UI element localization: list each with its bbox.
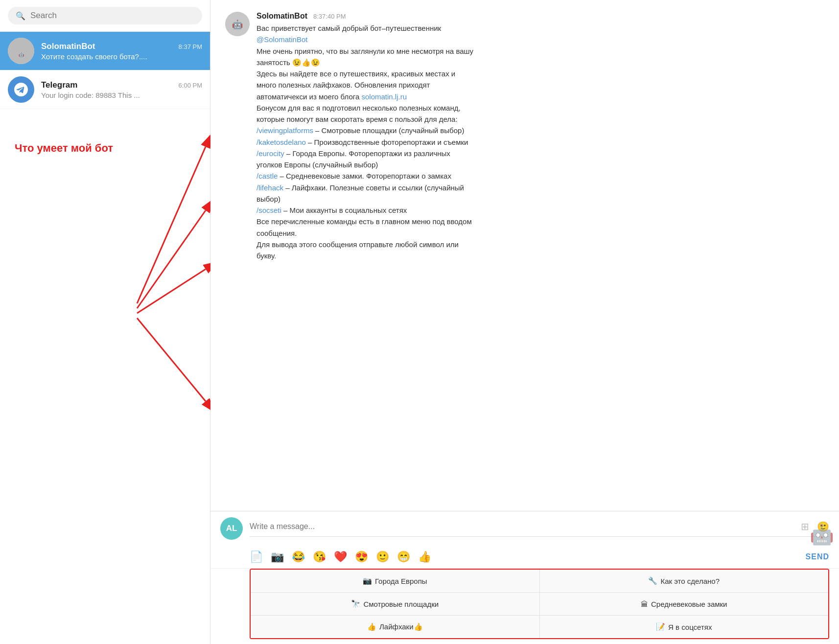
svg-point-1 xyxy=(8,38,34,64)
bot-avatar: 🤖 xyxy=(225,12,250,36)
message-header: SolomatinBot 8:37:40 PM xyxy=(256,12,824,21)
search-bar: 🔍 xyxy=(0,0,210,32)
camera-icon[interactable]: 📷 xyxy=(271,551,284,563)
castle-label: Средневековые замки xyxy=(651,600,727,608)
cmd4[interactable]: /castle xyxy=(256,172,278,180)
chat-info-telegram: Telegram 6:00 PM Your login code: 89883 … xyxy=(41,80,202,99)
chat-preview-telegram: Your login code: 89883 This ... xyxy=(41,91,202,99)
msg-line5: автоматичекси из моего блога xyxy=(256,92,359,101)
bot-btn-castle[interactable]: 🏛 Средневековые замки xyxy=(540,593,829,615)
chat-time-solomatin: 8:37 PM xyxy=(179,43,202,50)
bot-buttons-grid: 📷 Города Европы 🔧 Как это сделано? 🔭 Смо… xyxy=(251,570,828,638)
bot-btn-viewingplatforms[interactable]: 🔭 Смотровые площадки xyxy=(251,593,539,615)
message-body: Вас приветствует самый добрый бот–путеше… xyxy=(256,23,824,261)
chat-name-solomatin: SolomatinBot xyxy=(41,42,95,51)
chat-time-telegram: 6:00 PM xyxy=(179,82,202,89)
msg-bothandle[interactable]: @SolomatinBot xyxy=(256,35,307,44)
castle-icon: 🏛 xyxy=(641,600,648,608)
kaketosdelano-label: Как это сделано? xyxy=(660,577,720,585)
msg-line10: Для вывода этого сообщения отправьте люб… xyxy=(256,240,459,249)
msg-line1: Вас приветствует самый добрый бот–путеше… xyxy=(256,24,441,32)
svg-text:🤖: 🤖 xyxy=(232,19,243,30)
message-time: 8:37:40 PM xyxy=(313,13,346,20)
msg-line9: сообщения. xyxy=(256,229,297,237)
msg-line7: которые помогут вам скоротать время с по… xyxy=(256,115,458,123)
search-icon: 🔍 xyxy=(16,11,25,21)
msg-line3: Здесь вы найдете все о путешествиях, кра… xyxy=(256,69,455,78)
cmd2[interactable]: /kaketosdelano xyxy=(256,138,306,146)
bottom-toolbar: 📄 📷 😂 😘 ❤️ 😍 🙂 😁 👍 SEND xyxy=(210,546,839,569)
chat-name-telegram: Telegram xyxy=(41,80,77,90)
chat-item-solomatin[interactable]: 🤖 SolomatinBot 8:37 PM Хотите создать св… xyxy=(0,32,210,70)
eurocity-label: Города Европы xyxy=(375,577,427,585)
viewingplatforms-icon: 🔭 xyxy=(351,599,360,608)
search-input[interactable] xyxy=(30,11,194,21)
chat-messages: 🤖 SolomatinBot 8:37:40 PM Вас приветству… xyxy=(210,2,839,511)
bot-btn-eurocity[interactable]: 📷 Города Европы xyxy=(251,570,539,592)
msg-line6: Бонусом для вас я подготовил несколько п… xyxy=(256,104,461,112)
message-input-wrapper: ⊞ 🙂 xyxy=(250,521,829,537)
bot-btn-socseti[interactable]: 📝 Я в соцсетях xyxy=(540,616,829,638)
message-content: SolomatinBot 8:37:40 PM Вас приветствует… xyxy=(256,12,824,261)
send-button[interactable]: SEND xyxy=(806,552,829,561)
input-icons: ⊞ 🙂 xyxy=(801,521,829,532)
cmd3[interactable]: /eurocity xyxy=(256,149,284,158)
msg-line8: Все перечисленные команды есть в главном… xyxy=(256,217,472,226)
keyboard-icon[interactable]: ⊞ xyxy=(801,521,809,532)
eurocity-icon: 📷 xyxy=(363,576,372,585)
socseti-label: Я в соцсетях xyxy=(668,623,712,631)
cmd2desc: – Производственные фоторепортажи и съемк… xyxy=(306,138,468,146)
msg-line11: букву. xyxy=(256,252,276,260)
cmd5desc2: выбор) xyxy=(256,195,280,203)
input-area: AL ⊞ 🙂 xyxy=(210,511,839,546)
socseti-icon: 📝 xyxy=(656,622,665,631)
cmd6desc: – Мои аккаунты в социальных сетях xyxy=(281,206,407,214)
avatar-solomatin: 🤖 xyxy=(8,38,34,64)
attachment-icon[interactable]: 📄 xyxy=(250,551,263,563)
cmd5desc: – Лайфхаки. Полезные советы и ссылки (сл… xyxy=(283,184,464,192)
chat-info-solomatin: SolomatinBot 8:37 PM Хотите создать свое… xyxy=(41,42,202,61)
user-avatar: AL xyxy=(220,517,243,540)
input-row: AL ⊞ 🙂 xyxy=(220,517,829,540)
msg-line2: Мне очень приятно, что вы заглянули ко м… xyxy=(256,47,473,55)
chat-item-telegram[interactable]: Telegram 6:00 PM Your login code: 89883 … xyxy=(0,70,210,109)
emoji-kiss-icon[interactable]: 😘 xyxy=(313,551,326,563)
msg-bloglink[interactable]: solomatin.lj.ru xyxy=(361,92,407,101)
cmd5[interactable]: /lifehack xyxy=(256,184,283,192)
emoji-thumbs-icon[interactable]: 👍 xyxy=(418,551,431,563)
message-sender: SolomatinBot xyxy=(256,12,307,21)
chat-preview-solomatin: Хотите создать своего бота?.... xyxy=(41,52,202,61)
emoji-grin-icon[interactable]: 😁 xyxy=(397,551,410,563)
cmd1desc: – Смотровые площадки (случайный выбор) xyxy=(313,126,465,135)
bot-buttons-panel: 📷 Города Европы 🔧 Как это сделано? 🔭 Смо… xyxy=(250,569,829,639)
lifehack-icon: 👍 xyxy=(367,622,376,631)
emoji-love-icon[interactable]: 😍 xyxy=(355,551,368,563)
lifehack-label: Лайфхаки👍 xyxy=(379,622,423,631)
emoji-laugh-icon[interactable]: 😂 xyxy=(292,551,305,563)
emoji-smile-icon[interactable]: 🙂 xyxy=(376,551,389,563)
cmd3desc2: уголков Европы (случайный выбор) xyxy=(256,161,378,169)
viewingplatforms-label: Смотровые площадки xyxy=(363,600,439,608)
bot-btn-kaketosdelano[interactable]: 🔧 Как это сделано? xyxy=(540,570,829,592)
msg-line4: много полезных лайфхаков. Обновления при… xyxy=(256,81,430,89)
bot-btn-lifehack[interactable]: 👍 Лайфхаки👍 xyxy=(251,616,539,638)
cmd3desc: – Города Европы. Фоторепортажи из различ… xyxy=(284,149,450,158)
chat-list: 🤖 SolomatinBot 8:37 PM Хотите создать св… xyxy=(0,32,210,644)
message-row: 🤖 SolomatinBot 8:37:40 PM Вас приветству… xyxy=(225,12,824,261)
msg-line2b: занятость 😉👍😉 xyxy=(256,58,320,67)
svg-text:🤖: 🤖 xyxy=(19,52,24,58)
emoji-heart-icon[interactable]: ❤️ xyxy=(334,551,347,563)
message-input[interactable] xyxy=(250,522,801,531)
avatar-telegram xyxy=(8,76,34,103)
kaketosdelano-icon: 🔧 xyxy=(648,576,657,585)
cmd6[interactable]: /socseti xyxy=(256,206,281,214)
search-input-wrapper[interactable]: 🔍 xyxy=(8,7,202,24)
cmd4desc: – Средневековые замки. Фоторепортажи о з… xyxy=(278,172,451,180)
main-chat: 🤖 SolomatinBot 8:37:40 PM Вас приветству… xyxy=(210,0,839,644)
emoji-icon[interactable]: 🙂 xyxy=(817,521,829,532)
cmd1[interactable]: /viewingplatforms xyxy=(256,126,313,135)
